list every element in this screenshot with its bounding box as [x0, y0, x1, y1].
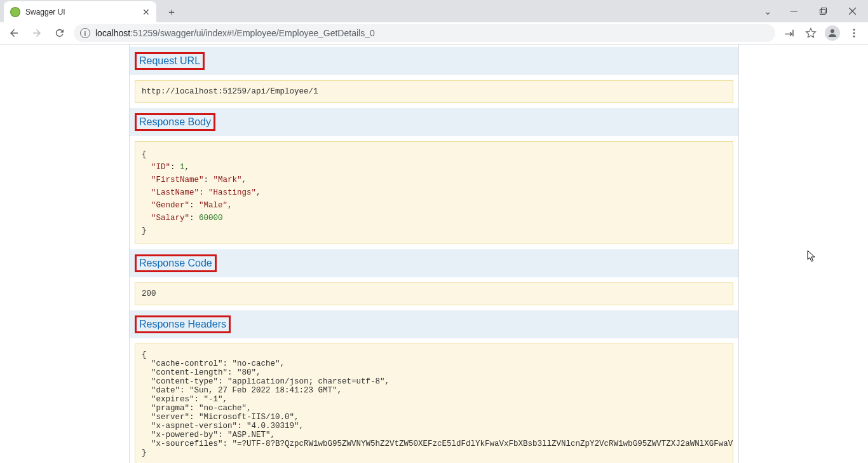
profile-button[interactable]: [824, 24, 841, 42]
menu-button[interactable]: [845, 24, 863, 42]
maximize-button[interactable]: [808, 2, 837, 21]
svg-point-5: [831, 29, 834, 33]
close-tab-icon[interactable]: ✕: [142, 7, 150, 17]
profile-avatar-icon: [825, 25, 840, 41]
page-viewport[interactable]: Request URL http://localhost:51259/api/E…: [0, 45, 868, 463]
response-body-header: Response Body: [130, 108, 738, 136]
response-headers-header: Response Headers: [130, 310, 738, 338]
share-icon[interactable]: [780, 24, 798, 42]
svg-point-6: [853, 29, 855, 31]
svg-point-8: [853, 36, 855, 38]
browser-chrome: Swagger UI ✕ ＋ ⌄ i: [0, 0, 868, 45]
browser-tab[interactable]: Swagger UI ✕: [4, 1, 156, 22]
tab-search-icon[interactable]: ⌄: [756, 2, 779, 21]
request-url-title: Request URL: [135, 52, 205, 70]
response-body-value: { "ID": 1, "FirstName": "Mark", "LastNam…: [135, 141, 733, 244]
window-controls: ⌄: [756, 0, 867, 22]
svg-point-7: [853, 32, 855, 34]
forward-button[interactable]: [28, 24, 46, 42]
response-headers-value: { "cache-control": "no-cache", "content-…: [135, 343, 733, 463]
bookmark-icon[interactable]: [802, 24, 820, 42]
svg-rect-2: [821, 8, 826, 13]
request-url-section: Request URL http://localhost:51259/api/E…: [130, 47, 738, 103]
request-url-header: Request URL: [130, 47, 738, 75]
back-button[interactable]: [5, 24, 23, 42]
svg-rect-1: [820, 10, 825, 15]
swagger-container: Request URL http://localhost:51259/api/E…: [129, 45, 739, 463]
response-code-header: Response Code: [130, 249, 738, 277]
tab-title: Swagger UI: [25, 8, 137, 17]
site-info-icon[interactable]: i: [80, 28, 90, 38]
address-bar[interactable]: i localhost:51259/swagger/ui/index#!/Emp…: [74, 24, 775, 42]
browser-toolbar: i localhost:51259/swagger/ui/index#!/Emp…: [0, 22, 868, 45]
response-code-section: Response Code 200: [130, 249, 738, 305]
request-url-value: http://localhost:51259/api/Employee/1: [135, 80, 733, 103]
reload-button[interactable]: [51, 24, 69, 42]
response-body-section: Response Body { "ID": 1, "FirstName": "M…: [130, 108, 738, 244]
response-headers-section: Response Headers { "cache-control": "no-…: [130, 310, 738, 463]
minimize-button[interactable]: [779, 2, 808, 21]
response-code-value: 200: [135, 282, 733, 305]
response-body-title: Response Body: [135, 113, 215, 131]
url-text: localhost:51259/swagger/ui/index#!/Emplo…: [95, 28, 375, 38]
close-window-button[interactable]: [837, 2, 867, 21]
new-tab-button[interactable]: ＋: [163, 3, 180, 21]
response-code-title: Response Code: [135, 254, 217, 272]
tab-strip: Swagger UI ✕ ＋ ⌄: [0, 0, 868, 22]
response-headers-title: Response Headers: [135, 315, 231, 333]
swagger-favicon-icon: [10, 7, 20, 17]
